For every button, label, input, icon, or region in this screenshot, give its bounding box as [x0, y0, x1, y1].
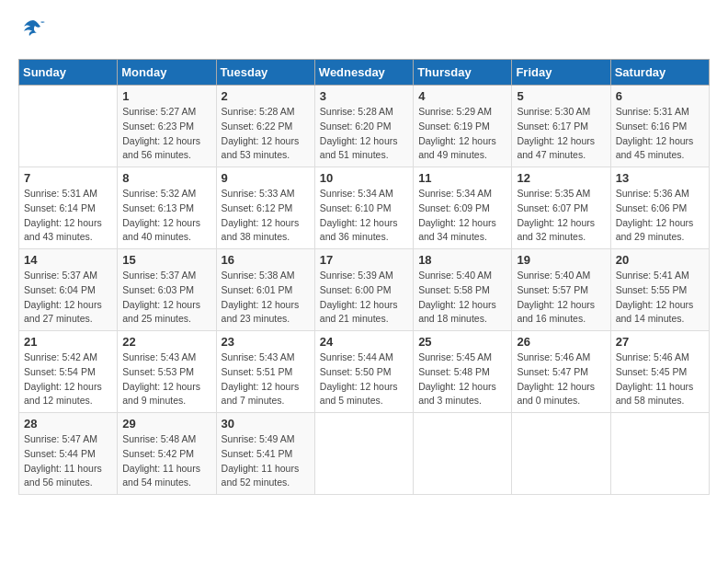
weekday-header-sunday: Sunday: [19, 60, 118, 86]
calendar-cell: 7Sunrise: 5:31 AM Sunset: 6:14 PM Daylig…: [19, 167, 118, 249]
calendar-cell: 5Sunrise: 5:30 AM Sunset: 6:17 PM Daylig…: [512, 86, 610, 167]
day-info: Sunrise: 5:39 AM Sunset: 6:00 PM Dayligh…: [320, 269, 408, 327]
day-info: Sunrise: 5:45 AM Sunset: 5:48 PM Dayligh…: [418, 350, 506, 408]
day-number: 1: [122, 89, 210, 103]
calendar-cell: 29Sunrise: 5:48 AM Sunset: 5:42 PM Dayli…: [118, 413, 216, 495]
calendar-cell: 10Sunrise: 5:34 AM Sunset: 6:10 PM Dayli…: [314, 167, 413, 249]
calendar-cell: 22Sunrise: 5:43 AM Sunset: 5:53 PM Dayli…: [118, 331, 216, 413]
calendar-table: SundayMondayTuesdayWednesdayThursdayFrid…: [18, 59, 710, 495]
calendar-cell: 6Sunrise: 5:31 AM Sunset: 6:16 PM Daylig…: [610, 86, 709, 167]
day-info: Sunrise: 5:49 AM Sunset: 5:41 PM Dayligh…: [222, 432, 310, 490]
day-info: Sunrise: 5:46 AM Sunset: 5:45 PM Dayligh…: [616, 350, 704, 408]
calendar-cell: [512, 413, 610, 495]
day-info: Sunrise: 5:40 AM Sunset: 5:58 PM Dayligh…: [418, 269, 506, 327]
day-info: Sunrise: 5:31 AM Sunset: 6:16 PM Dayligh…: [616, 105, 704, 163]
calendar-cell: 16Sunrise: 5:38 AM Sunset: 6:01 PM Dayli…: [216, 249, 314, 331]
calendar-cell: 8Sunrise: 5:32 AM Sunset: 6:13 PM Daylig…: [118, 167, 216, 249]
calendar-cell: 2Sunrise: 5:28 AM Sunset: 6:22 PM Daylig…: [216, 86, 314, 167]
day-number: 17: [320, 253, 408, 267]
day-info: Sunrise: 5:33 AM Sunset: 6:12 PM Dayligh…: [222, 187, 310, 245]
calendar-cell: [19, 86, 118, 167]
calendar-cell: [314, 413, 413, 495]
calendar-cell: 20Sunrise: 5:41 AM Sunset: 5:55 PM Dayli…: [610, 249, 709, 331]
day-number: 30: [222, 417, 310, 431]
day-number: 10: [320, 171, 408, 185]
calendar-cell: [414, 413, 512, 495]
day-info: Sunrise: 5:37 AM Sunset: 6:04 PM Dayligh…: [24, 269, 112, 327]
calendar-cell: 1Sunrise: 5:27 AM Sunset: 6:23 PM Daylig…: [118, 86, 216, 167]
day-number: 23: [222, 335, 310, 349]
calendar-cell: 25Sunrise: 5:45 AM Sunset: 5:48 PM Dayli…: [414, 331, 512, 413]
day-info: Sunrise: 5:29 AM Sunset: 6:19 PM Dayligh…: [418, 105, 506, 163]
day-info: Sunrise: 5:46 AM Sunset: 5:47 PM Dayligh…: [517, 350, 605, 408]
day-info: Sunrise: 5:47 AM Sunset: 5:44 PM Dayligh…: [24, 432, 112, 490]
calendar-week-row: 21Sunrise: 5:42 AM Sunset: 5:54 PM Dayli…: [19, 331, 710, 413]
day-number: 28: [24, 417, 112, 431]
day-number: 24: [320, 335, 408, 349]
calendar-cell: 3Sunrise: 5:28 AM Sunset: 6:20 PM Daylig…: [314, 86, 413, 167]
weekday-header-wednesday: Wednesday: [314, 60, 413, 86]
day-number: 25: [418, 335, 506, 349]
calendar-cell: 15Sunrise: 5:37 AM Sunset: 6:03 PM Dayli…: [118, 249, 216, 331]
calendar-week-row: 14Sunrise: 5:37 AM Sunset: 6:04 PM Dayli…: [19, 249, 710, 331]
day-number: 3: [320, 89, 408, 103]
day-number: 20: [616, 253, 704, 267]
day-number: 26: [517, 335, 605, 349]
day-info: Sunrise: 5:30 AM Sunset: 6:17 PM Dayligh…: [517, 105, 605, 163]
day-number: 19: [517, 253, 605, 267]
logo-bird-icon: [20, 18, 46, 40]
calendar-cell: 30Sunrise: 5:49 AM Sunset: 5:41 PM Dayli…: [216, 413, 314, 495]
weekday-header-monday: Monday: [118, 60, 216, 86]
day-number: 27: [616, 335, 704, 349]
weekday-header-tuesday: Tuesday: [216, 60, 314, 86]
weekday-header-saturday: Saturday: [610, 60, 709, 86]
day-number: 18: [418, 253, 506, 267]
day-info: Sunrise: 5:43 AM Sunset: 5:53 PM Dayligh…: [122, 350, 210, 408]
calendar-cell: 21Sunrise: 5:42 AM Sunset: 5:54 PM Dayli…: [19, 331, 118, 413]
day-info: Sunrise: 5:43 AM Sunset: 5:51 PM Dayligh…: [222, 350, 310, 408]
calendar-cell: 9Sunrise: 5:33 AM Sunset: 6:12 PM Daylig…: [216, 167, 314, 249]
day-number: 21: [24, 335, 112, 349]
day-info: Sunrise: 5:27 AM Sunset: 6:23 PM Dayligh…: [122, 105, 210, 163]
day-info: Sunrise: 5:28 AM Sunset: 6:20 PM Dayligh…: [320, 105, 408, 163]
day-number: 13: [616, 171, 704, 185]
day-info: Sunrise: 5:38 AM Sunset: 6:01 PM Dayligh…: [222, 269, 310, 327]
day-info: Sunrise: 5:34 AM Sunset: 6:09 PM Dayligh…: [418, 187, 506, 245]
day-number: 4: [418, 89, 506, 103]
calendar-cell: 26Sunrise: 5:46 AM Sunset: 5:47 PM Dayli…: [512, 331, 610, 413]
calendar-cell: 17Sunrise: 5:39 AM Sunset: 6:00 PM Dayli…: [314, 249, 413, 331]
calendar-week-row: 7Sunrise: 5:31 AM Sunset: 6:14 PM Daylig…: [19, 167, 710, 249]
day-number: 9: [222, 171, 310, 185]
day-info: Sunrise: 5:37 AM Sunset: 6:03 PM Dayligh…: [122, 269, 210, 327]
calendar-cell: 28Sunrise: 5:47 AM Sunset: 5:44 PM Dayli…: [19, 413, 118, 495]
weekday-header-row: SundayMondayTuesdayWednesdayThursdayFrid…: [19, 60, 710, 86]
calendar-cell: 4Sunrise: 5:29 AM Sunset: 6:19 PM Daylig…: [414, 86, 512, 167]
day-number: 11: [418, 171, 506, 185]
day-number: 2: [222, 89, 310, 103]
calendar-cell: 18Sunrise: 5:40 AM Sunset: 5:58 PM Dayli…: [414, 249, 512, 331]
day-number: 22: [122, 335, 210, 349]
logo: [18, 18, 50, 44]
day-number: 8: [122, 171, 210, 185]
calendar-cell: [610, 413, 709, 495]
calendar-week-row: 1Sunrise: 5:27 AM Sunset: 6:23 PM Daylig…: [19, 86, 710, 167]
calendar-cell: 11Sunrise: 5:34 AM Sunset: 6:09 PM Dayli…: [414, 167, 512, 249]
day-number: 29: [122, 417, 210, 431]
day-info: Sunrise: 5:48 AM Sunset: 5:42 PM Dayligh…: [122, 432, 210, 490]
page-header: [18, 18, 710, 44]
day-number: 5: [517, 89, 605, 103]
calendar-week-row: 28Sunrise: 5:47 AM Sunset: 5:44 PM Dayli…: [19, 413, 710, 495]
day-info: Sunrise: 5:35 AM Sunset: 6:07 PM Dayligh…: [517, 187, 605, 245]
calendar-cell: 13Sunrise: 5:36 AM Sunset: 6:06 PM Dayli…: [610, 167, 709, 249]
day-info: Sunrise: 5:42 AM Sunset: 5:54 PM Dayligh…: [24, 350, 112, 408]
day-info: Sunrise: 5:28 AM Sunset: 6:22 PM Dayligh…: [222, 105, 310, 163]
weekday-header-friday: Friday: [512, 60, 610, 86]
calendar-cell: 19Sunrise: 5:40 AM Sunset: 5:57 PM Dayli…: [512, 249, 610, 331]
weekday-header-thursday: Thursday: [414, 60, 512, 86]
calendar-cell: 23Sunrise: 5:43 AM Sunset: 5:51 PM Dayli…: [216, 331, 314, 413]
day-info: Sunrise: 5:41 AM Sunset: 5:55 PM Dayligh…: [616, 269, 704, 327]
day-number: 12: [517, 171, 605, 185]
day-number: 16: [222, 253, 310, 267]
day-info: Sunrise: 5:31 AM Sunset: 6:14 PM Dayligh…: [24, 187, 112, 245]
day-number: 14: [24, 253, 112, 267]
